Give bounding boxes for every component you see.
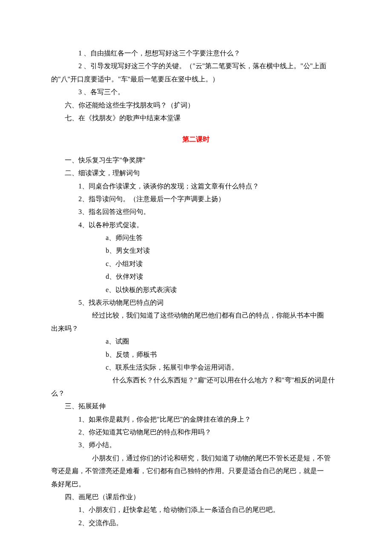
- item-b5c: c、联系生活实际，拓展引申学会运用词语。: [51, 361, 341, 374]
- item-c3-text-b: 弯还是扁，不管漂亮还是难看，它们都有自己独特的作用。只要是适合自己的尾巴，就是一: [51, 465, 341, 477]
- line-a1: 1 、自由描红各一个，想想写好这三个字要注意什么？: [51, 47, 341, 60]
- line-a2-part2: 的"八"开口度要适中。"车"最后一笔要压在竖中线上。）: [51, 73, 341, 86]
- item-b5-question-b: 么？: [51, 387, 341, 400]
- item-b5a: a、试圈: [51, 335, 341, 348]
- item-c1: 1、如果你是裁判，你会把"比尾巴"的金牌挂在谁的身上？: [51, 413, 341, 426]
- item-b1: 1、同桌合作读课文，谈谈你的发现；这篇文章有什么特点？: [51, 180, 341, 193]
- line-a3: 3 、各写三个。: [51, 86, 341, 98]
- item-b5-text-b: 出来吗？: [51, 322, 341, 335]
- heading-2: 二、细读课文，理解词句: [51, 167, 341, 179]
- line-a2-part1: 2 、引导发现写好这三个字的关键。（"云"第二笔要写长，落在横中线上。"公"上面: [51, 60, 341, 72]
- item-b4a: a、师问生答: [51, 231, 341, 244]
- item-b4c: c、小组对读: [51, 257, 341, 270]
- lesson-title: 第二课时: [51, 133, 341, 146]
- item-b5b: b、反馈，师板书: [51, 348, 341, 361]
- item-b4: 4、以各种形式促读。: [51, 219, 341, 231]
- item-c3-text-c: 条好尾巴。: [51, 478, 341, 491]
- item-b5-text-a: 经过比较，我们知道了这些动物的尾巴他们都有自己的特点，你能从书本中圈: [51, 309, 341, 322]
- item-d2: 2、交流作品。: [51, 517, 341, 529]
- item-b2: 2、指导读问句。（注意最后一个字声调要上扬）: [51, 193, 341, 205]
- item-b4d: d、伙伴对读: [51, 270, 341, 283]
- item-b5: 5、找表示动物尾巴特点的词: [51, 296, 341, 309]
- heading-3: 三、拓展延伸: [51, 400, 341, 413]
- item-c3: 3、师小结。: [51, 439, 341, 451]
- item-d1: 1、小朋友们，赶快拿起笔，给动物们添上一条适合自己的尾巴吧。: [51, 503, 341, 516]
- line-a4: 六、你还能给这些生字找朋友吗？（扩词）: [51, 99, 341, 112]
- item-b4b: b、男女生对读: [51, 244, 341, 257]
- item-b5-question-a: 什么东西长？什么东西短？"扁"还可以用在什么地方？和"弯"相反的词是什: [51, 374, 341, 387]
- item-b3: 3、指名回答这些问句。: [51, 205, 341, 218]
- heading-4: 四、画尾巴（课后作业）: [51, 491, 341, 503]
- line-a5: 七、在《找朋友》的歌声中结束本堂课: [51, 112, 341, 124]
- heading-1: 一、快乐复习生字"争奖牌": [51, 154, 341, 167]
- item-c2: 2、你还知道其它动物尾巴的特点和作用吗？: [51, 426, 341, 439]
- item-b4e: e、以快板的形式表演读: [51, 283, 341, 296]
- item-c3-text-a: 小朋友们，通过你们的讨论和研究，我们知道了动物的尾巴不管长还是短，不管: [51, 452, 341, 465]
